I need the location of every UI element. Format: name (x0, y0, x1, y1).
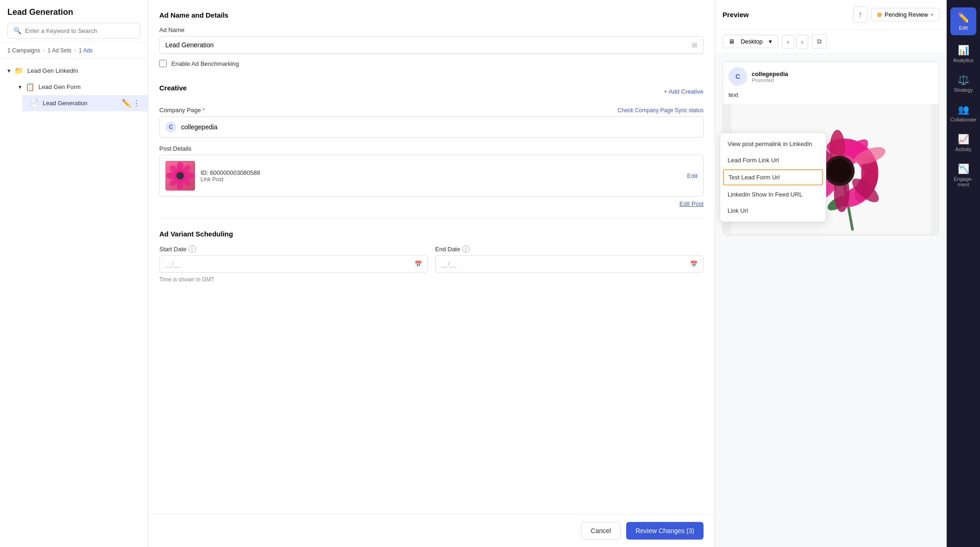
company-page-label: Company Page * (159, 107, 205, 114)
center-scroll: Ad Name and Details Ad Name Lead Generat… (148, 0, 715, 514)
end-date-placeholder: __/__ (441, 261, 457, 267)
post-details-label: Post Details (159, 145, 704, 152)
required-marker: * (202, 107, 205, 114)
breadcrumb-sep2: › (74, 47, 76, 54)
add-creative-button[interactable]: + Add Creative (664, 88, 704, 95)
dropdown-item-linkedin-show-feed[interactable]: Linkedin Show In Feed URL (720, 186, 826, 203)
ad-promoted-label: Promoted (752, 77, 933, 83)
sidebar-item-collaborate[interactable]: 👥 Collaborate (947, 98, 980, 128)
collaborate-icon: 👥 (958, 104, 969, 115)
dropdown-item-link-url[interactable]: Link Url (720, 203, 826, 219)
dropdown-menu: View post permalink in LinkedIn Lead For… (720, 133, 826, 222)
benchmarking-checkbox[interactable] (159, 60, 167, 67)
end-date-input[interactable]: __/__ 📅 (435, 255, 704, 273)
upload-button[interactable]: ↑ (853, 6, 867, 23)
ad-name-icon: ⊞ (692, 41, 697, 49)
thumbnail-flower-icon (166, 162, 194, 190)
copy-button[interactable]: ⧉ (812, 34, 827, 49)
ad-label: Lead Generation (43, 100, 118, 107)
edit-post-link[interactable]: Edit Post (159, 200, 704, 207)
sidebar-item-activity-label: Activity (955, 146, 972, 152)
ad-more-icon[interactable]: ⋮ (133, 99, 140, 108)
device-chevron-icon: ▾ (769, 38, 772, 45)
ad-info: collegepedia Promoted (752, 70, 933, 83)
end-date-field: End Date i __/__ 📅 (435, 245, 704, 273)
dropdown-item-test-lead-form[interactable]: Test Lead Form Url (723, 169, 823, 185)
edit-icon: ✏️ (958, 12, 969, 23)
breadcrumb-campaigns: 1 Campaigns (7, 47, 40, 54)
ad-edit-icon[interactable]: ✏️ (122, 99, 131, 108)
device-select[interactable]: 🖥 Desktop ▾ (722, 35, 778, 48)
company-avatar: C (165, 121, 176, 133)
center-panel: Ad Name and Details Ad Name Lead Generat… (148, 0, 715, 547)
post-id: ID: 600000003080588 (201, 169, 682, 176)
tree-item-adset[interactable]: ▾ 📋 Lead Gen Form ✏️ (11, 79, 148, 95)
cancel-button[interactable]: Cancel (581, 522, 621, 540)
sidebar-item-analytics[interactable]: 📊 Analytics (947, 39, 980, 69)
sidebar-item-activity[interactable]: 📈 Activity (947, 128, 980, 158)
breadcrumb-adsets: 1 Ad Sets (48, 47, 71, 54)
sidebar-item-analytics-label: Analytics (953, 57, 974, 63)
section-creative: Creative + Add Creative Company Page * C… (159, 84, 704, 207)
sidebar-item-strategy[interactable]: ⚖️ Strategy (947, 69, 980, 98)
timezone-note: Time is shown in GMT (159, 276, 704, 283)
post-edit-button[interactable]: Edit (687, 172, 697, 179)
page-title: Lead Generation (7, 7, 140, 17)
tree-sub-ad: 📄 Lead Generation ✏️ ⋮ (11, 95, 148, 111)
end-date-label: End Date i (435, 245, 704, 253)
left-panel: Lead Generation 🔍 1 Campaigns › 1 Ad Set… (0, 0, 148, 547)
prev-button[interactable]: ‹ (782, 35, 794, 49)
post-info: ID: 600000003080588 Link Post (201, 169, 682, 183)
breadcrumb: 1 Campaigns › 1 Ad Sets › 1 Ads (0, 43, 148, 59)
adset-label: Lead Gen Form (38, 83, 127, 90)
post-thumbnail (165, 161, 195, 191)
start-date-info-icon[interactable]: i (188, 245, 196, 253)
scheduling-title: Ad Variant Scheduling (159, 230, 704, 238)
company-page-row: Company Page * Check Company Page Sync s… (159, 107, 704, 114)
search-box[interactable]: 🔍 (7, 23, 140, 38)
ad-card-header: C collegepedia Promoted (723, 62, 939, 91)
status-dot (877, 13, 882, 17)
review-button[interactable]: Review Changes (3) (626, 522, 704, 540)
benchmarking-label[interactable]: Enable Ad Benchmarking (171, 60, 239, 67)
svg-point-4 (185, 172, 194, 179)
ad-company-name: collegepedia (752, 70, 933, 77)
section-ad-name: Ad Name and Details Ad Name Lead Generat… (159, 11, 704, 73)
preview-header-right: ↑ Pending Review ▾ (853, 6, 939, 23)
tree-item-ad[interactable]: 📄 Lead Generation ✏️ ⋮ (22, 95, 148, 111)
campaign-label: Lead Gen LinkedIn (27, 67, 140, 74)
nav-buttons: ‹ › (782, 35, 808, 49)
adset-edit-icon[interactable]: ✏️ (131, 83, 140, 91)
ad-icon: 📄 (30, 99, 39, 108)
company-input[interactable]: C collegepedia (159, 116, 704, 138)
ad-name-input[interactable]: Lead Generation ⊞ (159, 36, 704, 54)
search-input[interactable] (25, 27, 134, 34)
post-type: Link Post (201, 176, 682, 183)
next-button[interactable]: › (796, 35, 809, 49)
chevron-down-icon: ▾ (7, 67, 11, 74)
svg-point-1 (177, 162, 183, 171)
sidebar-item-edit[interactable]: ✏️ Edit (950, 7, 976, 35)
strategy-icon: ⚖️ (958, 74, 969, 85)
engagement-icon: 📉 (958, 163, 969, 174)
start-date-field: Start Date i __/__ 📅 (159, 245, 428, 273)
desktop-icon: 🖥 (729, 38, 735, 45)
sync-link[interactable]: Check Company Page Sync status (618, 107, 704, 114)
benchmarking-row: Enable Ad Benchmarking (159, 54, 704, 73)
breadcrumb-ads[interactable]: 1 Ads (79, 47, 93, 54)
status-label: Pending Review (885, 11, 928, 18)
breadcrumb-sep1: › (43, 47, 45, 54)
search-icon: 🔍 (13, 27, 21, 34)
start-date-placeholder: __/__ (165, 261, 181, 267)
sidebar-item-engagement[interactable]: 📉 Engage- ment (947, 158, 980, 193)
start-date-input[interactable]: __/__ 📅 (159, 255, 428, 273)
dropdown-item-lead-form-link[interactable]: Lead Form Link Url (720, 152, 826, 168)
end-date-info-icon[interactable]: i (462, 245, 470, 253)
status-badge[interactable]: Pending Review ▾ (871, 8, 939, 21)
device-label: Desktop (741, 38, 763, 45)
dropdown-item-permalink[interactable]: View post permalink in LinkedIn (720, 136, 826, 152)
activity-icon: 📈 (958, 134, 969, 145)
preview-title: Preview (722, 11, 749, 19)
section-scheduling: Ad Variant Scheduling Start Date i __/__… (159, 218, 704, 283)
tree-item-campaign[interactable]: ▾ 📁 Lead Gen LinkedIn (0, 63, 148, 79)
